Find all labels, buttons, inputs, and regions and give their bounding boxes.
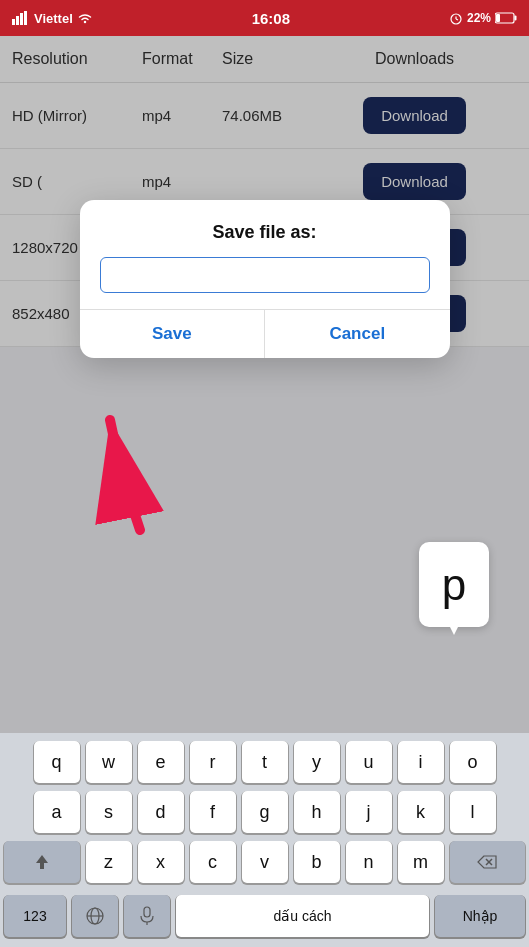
svg-rect-2 xyxy=(20,13,23,25)
return-key[interactable]: Nhập xyxy=(435,895,525,937)
backspace-icon xyxy=(477,855,497,869)
svg-rect-0 xyxy=(12,19,15,25)
status-right: 22% xyxy=(449,11,517,25)
status-bar: Viettel 16:08 22% xyxy=(0,0,529,36)
key-preview-bubble: p xyxy=(419,542,489,627)
keyboard-row-3: z x c v b n m xyxy=(4,841,525,883)
space-key[interactable]: dấu cách xyxy=(176,895,429,937)
key-h[interactable]: h xyxy=(294,791,340,833)
key-n[interactable]: n xyxy=(346,841,392,883)
svg-rect-3 xyxy=(24,11,27,25)
save-dialog: Save file as: Save Cancel xyxy=(80,200,450,358)
key-y[interactable]: y xyxy=(294,741,340,783)
status-carrier: Viettel xyxy=(12,11,93,26)
dialog-buttons: Save Cancel xyxy=(80,309,450,358)
status-time: 16:08 xyxy=(252,10,290,27)
wifi-icon xyxy=(77,12,93,24)
svg-line-6 xyxy=(456,19,458,20)
num-key[interactable]: 123 xyxy=(4,895,66,937)
key-t[interactable]: t xyxy=(242,741,288,783)
save-button[interactable]: Save xyxy=(80,310,265,358)
key-u[interactable]: u xyxy=(346,741,392,783)
key-s[interactable]: s xyxy=(86,791,132,833)
key-m[interactable]: m xyxy=(398,841,444,883)
key-g[interactable]: g xyxy=(242,791,288,833)
mic-key[interactable] xyxy=(124,895,170,937)
filename-input[interactable] xyxy=(100,257,430,293)
battery-label: 22% xyxy=(467,11,491,25)
backspace-key[interactable] xyxy=(450,841,526,883)
dialog-input-wrap xyxy=(80,257,450,309)
key-q[interactable]: q xyxy=(34,741,80,783)
key-b[interactable]: b xyxy=(294,841,340,883)
key-i[interactable]: i xyxy=(398,741,444,783)
key-k[interactable]: k xyxy=(398,791,444,833)
key-e[interactable]: e xyxy=(138,741,184,783)
alarm-icon xyxy=(449,11,463,25)
keyboard-rows: q w e r t y u i o a s d f g h j k l xyxy=(0,733,529,895)
keyboard-bottom-row: 123 dấu cách Nhập xyxy=(0,895,529,947)
globe-key[interactable] xyxy=(72,895,118,937)
key-c[interactable]: c xyxy=(190,841,236,883)
shift-icon xyxy=(33,853,51,871)
svg-rect-16 xyxy=(144,907,150,917)
key-v[interactable]: v xyxy=(242,841,288,883)
return-key-label: Nhập xyxy=(463,908,498,924)
num-key-label: 123 xyxy=(23,908,46,924)
keyboard-row-2: a s d f g h j k l xyxy=(4,791,525,833)
globe-icon xyxy=(85,906,105,926)
svg-rect-1 xyxy=(16,16,19,25)
key-o[interactable]: o xyxy=(450,741,496,783)
carrier-label: Viettel xyxy=(34,11,73,26)
shift-key[interactable] xyxy=(4,841,80,883)
battery-icon xyxy=(495,12,517,24)
svg-rect-8 xyxy=(496,14,500,22)
svg-rect-9 xyxy=(515,16,517,21)
dialog-title: Save file as: xyxy=(80,200,450,257)
key-j[interactable]: j xyxy=(346,791,392,833)
key-x[interactable]: x xyxy=(138,841,184,883)
key-l[interactable]: l xyxy=(450,791,496,833)
cancel-button[interactable]: Cancel xyxy=(264,310,450,358)
space-key-label: dấu cách xyxy=(273,908,331,924)
mic-icon xyxy=(139,906,155,926)
key-w[interactable]: w xyxy=(86,741,132,783)
key-preview-char: p xyxy=(442,560,466,610)
key-r[interactable]: r xyxy=(190,741,236,783)
signal-icon xyxy=(12,11,30,25)
key-a[interactable]: a xyxy=(34,791,80,833)
key-d[interactable]: d xyxy=(138,791,184,833)
keyboard[interactable]: q w e r t y u i o a s d f g h j k l xyxy=(0,733,529,947)
keyboard-row-1: q w e r t y u i o xyxy=(4,741,525,783)
key-f[interactable]: f xyxy=(190,791,236,833)
key-z[interactable]: z xyxy=(86,841,132,883)
